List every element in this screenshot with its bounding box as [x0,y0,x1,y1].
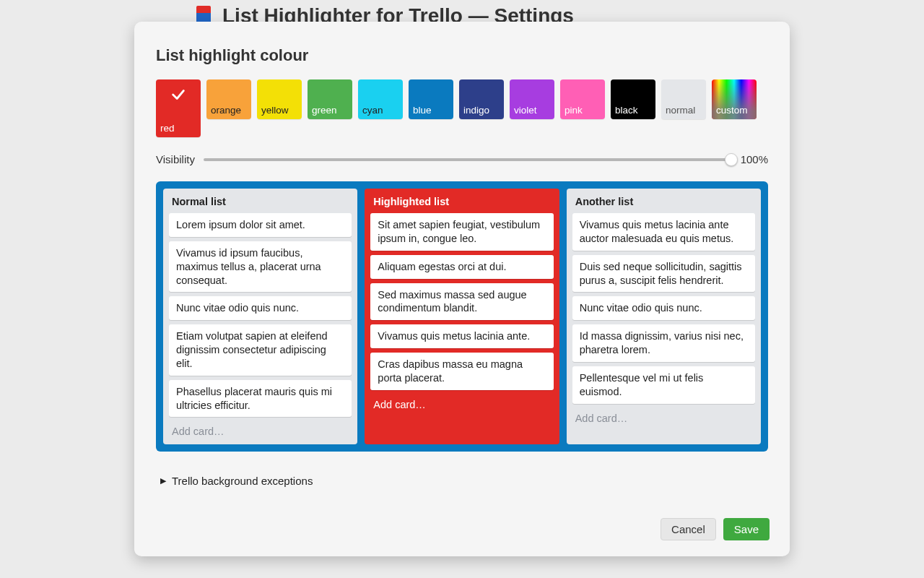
list-card[interactable]: Lorem ipsum dolor sit amet. [169,213,352,237]
swatch-label: blue [413,105,449,116]
visibility-slider[interactable] [204,158,732,161]
swatch-label: yellow [261,105,297,116]
list-title: Another list [572,194,755,213]
swatch-label: black [615,105,651,116]
swatch-label: violet [514,105,550,116]
check-icon [170,87,186,103]
preview-board: Normal listLorem ipsum dolor sit amet.Vi… [156,181,768,452]
preview-list: Highlighted listSit amet sapien feugiat,… [365,189,559,444]
footer-buttons: Cancel Save [661,518,770,540]
list-card[interactable]: Vivamus quis metus lacinia ante. [370,324,553,348]
add-card-link[interactable]: Add card… [370,394,553,410]
visibility-slider-thumb[interactable] [725,153,738,166]
list-card[interactable]: Id massa dignissim, varius nisi nec, pha… [572,324,755,362]
list-card[interactable]: Aliquam egestas orci at dui. [370,255,553,279]
swatch-label: cyan [362,105,398,116]
add-card-link[interactable]: Add card… [169,421,352,437]
preview-list: Normal listLorem ipsum dolor sit amet.Vi… [163,189,357,444]
swatch-label: orange [211,105,247,116]
visibility-value: 100% [741,153,768,165]
color-swatch-indigo[interactable]: indigo [459,79,504,119]
preview-list: Another listVivamus quis metus lacinia a… [567,189,761,444]
color-swatch-yellow[interactable]: yellow [257,79,302,119]
save-button[interactable]: Save [723,518,770,540]
add-card-link[interactable]: Add card… [572,408,755,424]
background-exceptions-disclosure[interactable]: ▶ Trello background exceptions [160,475,768,487]
list-card[interactable]: Pellentesque vel mi ut felis euismod. [572,366,755,404]
list-card[interactable]: Nunc vitae odio quis nunc. [169,296,352,320]
color-swatch-normal[interactable]: normal [661,79,706,119]
list-card[interactable]: Cras dapibus massa eu magna porta placer… [370,353,553,390]
list-card[interactable]: Vivamus id ipsum faucibus, maximus tellu… [169,241,352,293]
color-swatch-red[interactable]: red [156,79,201,137]
list-card[interactable]: Duis sed neque sollicitudin, sagittis pu… [572,255,755,293]
color-swatch-black[interactable]: black [611,79,655,119]
list-title: Highlighted list [370,194,553,213]
section-title: List highlight colour [156,46,768,65]
chevron-right-icon: ▶ [160,476,166,486]
swatch-label: red [160,124,196,134]
visibility-row: Visibility 100% [156,153,768,165]
color-swatch-orange[interactable]: orange [206,79,251,119]
list-card[interactable]: Etiam volutpat sapien at eleifend dignis… [169,324,352,376]
color-swatch-row: redorangeyellowgreencyanblueindigoviolet… [156,79,768,137]
swatch-label: normal [666,105,702,116]
disclosure-label: Trello background exceptions [172,475,313,487]
color-swatch-cyan[interactable]: cyan [358,79,403,119]
swatch-label: indigo [463,105,500,116]
list-card[interactable]: Sed maximus massa sed augue condimentum … [370,283,553,321]
color-swatch-green[interactable]: green [308,79,352,119]
color-swatch-violet[interactable]: violet [510,79,554,119]
visibility-label: Visibility [156,153,195,165]
list-card[interactable]: Sit amet sapien feugiat, vestibulum ipsu… [370,213,553,251]
swatch-label: green [312,105,348,116]
list-card[interactable]: Nunc vitae odio quis nunc. [572,296,755,320]
color-swatch-pink[interactable]: pink [560,79,605,119]
list-card[interactable]: Phasellus placerat mauris quis mi ultric… [169,380,352,418]
swatch-label: custom [716,105,748,116]
color-swatch-blue[interactable]: blue [409,79,453,119]
list-title: Normal list [169,194,352,213]
swatch-label: pink [565,105,601,116]
cancel-button[interactable]: Cancel [661,518,716,540]
color-swatch-custom[interactable]: custom [712,79,757,119]
list-card[interactable]: Vivamus quis metus lacinia ante auctor m… [572,213,755,251]
settings-modal: List highlight colour redorangeyellowgre… [134,22,790,556]
